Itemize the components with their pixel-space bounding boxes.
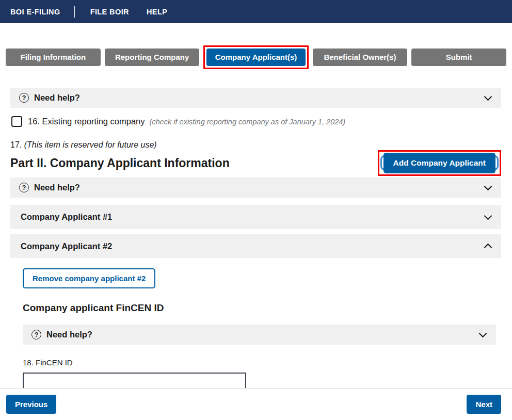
accordion-label: Need help? <box>46 330 92 340</box>
accordion-label: Need help? <box>34 183 80 192</box>
accordion-label: Company Applicant #1 <box>21 212 112 222</box>
previous-button[interactable]: Previous <box>6 395 56 414</box>
chevron-up-icon <box>484 244 492 252</box>
help-circle-icon: ? <box>31 330 41 340</box>
brand-link[interactable]: BOI E-FILING <box>10 8 60 16</box>
next-button[interactable]: Next <box>467 395 501 414</box>
remove-company-applicant-2-button[interactable]: Remove company applicant #2 <box>23 268 155 288</box>
fincen-id-field-label: 18. FinCEN ID <box>23 358 501 367</box>
tab-company-applicants[interactable]: Company Applicant(s) <box>206 49 305 66</box>
part2-heading: Part II. Company Applicant Information <box>10 156 230 170</box>
fincen-id-section-heading: Company applicant FinCEN ID <box>23 302 501 314</box>
company-applicant-2-panel: Remove company applicant #2 Company appl… <box>10 258 501 393</box>
tab-filing-information[interactable]: Filing Information <box>6 49 101 66</box>
part2-header-row: Part II. Company Applicant Information A… <box>10 150 501 176</box>
main-content: ? Need help? 16. Existing reporting comp… <box>0 88 512 393</box>
item16-hint: (check if existing reporting company as … <box>150 118 346 126</box>
item17-number: 17. <box>10 140 24 149</box>
tab-beneficial-owners[interactable]: Beneficial Owner(s) <box>313 49 408 66</box>
nav-link-help[interactable]: HELP <box>147 8 167 16</box>
chevron-down-icon <box>484 92 492 101</box>
existing-reporting-company-checkbox[interactable] <box>11 116 22 127</box>
company-applicant-2-accordion[interactable]: Company Applicant #2 <box>10 234 501 258</box>
item17-reserved-text: (This item is reserved for future use) <box>24 140 157 149</box>
annotation-box-add-button: Add Company Applicant <box>378 150 501 176</box>
item17-row: 17. (This item is reserved for future us… <box>10 140 501 150</box>
need-help-accordion-fincen[interactable]: ? Need help? <box>23 325 496 345</box>
tab-submit[interactable]: Submit <box>411 49 506 66</box>
company-applicant-1-accordion[interactable]: Company Applicant #1 <box>10 205 501 229</box>
item16-label: 16. Existing reporting company <box>28 117 145 126</box>
annotation-box-active-tab: Company Applicant(s) <box>203 45 308 69</box>
need-help-accordion-part2[interactable]: ? Need help? <box>10 177 501 198</box>
item16-row: 16. Existing reporting company (check if… <box>10 115 501 128</box>
add-company-applicant-button[interactable]: Add Company Applicant <box>383 153 495 173</box>
chevron-down-icon <box>484 182 492 190</box>
need-help-accordion-top[interactable]: ? Need help? <box>10 88 501 108</box>
accordion-label: Company Applicant #2 <box>21 241 112 251</box>
nav-divider <box>74 6 75 18</box>
help-circle-icon: ? <box>19 93 29 103</box>
tab-reporting-company[interactable]: Reporting Company <box>105 49 200 66</box>
nav-link-file-boir[interactable]: FILE BOIR <box>90 8 129 16</box>
chevron-down-icon <box>484 212 492 220</box>
add-button-focus-ring: Add Company Applicant <box>380 155 499 170</box>
top-nav: BOI E-FILING FILE BOIR HELP <box>0 0 512 23</box>
tab-bar-divider <box>6 71 506 71</box>
wizard-footer: Previous Next <box>0 388 512 420</box>
chevron-down-icon <box>479 329 487 337</box>
accordion-label: Need help? <box>34 93 80 103</box>
step-tab-bar: Filing Information Reporting Company Com… <box>6 44 506 70</box>
help-circle-icon: ? <box>19 183 29 192</box>
